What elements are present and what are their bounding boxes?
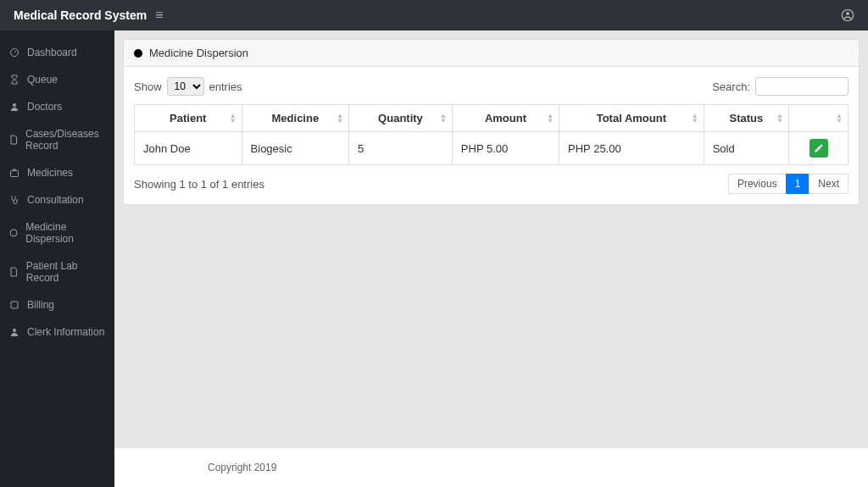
sidebar-item-label: Consultation [27,194,84,206]
sidebar-item-dashboard[interactable]: Dashboard [0,39,114,66]
sidebar-item-label: Cases/Diseases Record [25,128,106,152]
circle-icon [8,228,19,238]
svg-point-1 [846,12,849,15]
hamburger-icon[interactable]: ≡ [155,8,163,23]
sidebar-item-label: Medicine Dispersion [25,221,106,245]
dot-icon [134,49,142,58]
hourglass-icon [8,75,20,85]
col-amount[interactable]: Amount▲▼ [452,105,559,132]
pencil-icon [814,143,824,153]
edit-button[interactable] [810,139,828,158]
sidebar-item-label: Billing [27,299,54,311]
svg-point-5 [16,200,18,202]
show-entries: Show 10 entries [134,77,242,96]
svg-point-8 [13,329,16,332]
sidebar-item-lab[interactable]: Patient Lab Record [0,252,114,291]
cell-amount: PHP 5.00 [452,132,559,165]
sidebar-item-clerk[interactable]: Clerk Information [0,318,114,346]
sort-icon: ▲▼ [337,113,343,124]
sidebar-item-label: Queue [27,74,58,86]
copyright: Copyright 2019 [208,462,276,473]
svg-rect-7 [11,302,18,308]
sidebar: Dashboard Queue Doctors Cases/Diseases R… [0,30,114,487]
page-title: Medicine Dispersion [149,47,248,59]
table-row: John Doe Biogesic 5 PHP 5.00 PHP 25.00 S… [135,132,849,165]
data-table: Patient▲▼ Medicine▲▼ Quantity▲▼ Amount▲▼… [134,104,849,165]
col-quantity[interactable]: Quantity▲▼ [349,105,453,132]
sort-icon: ▲▼ [230,113,236,124]
search-input[interactable] [755,77,849,96]
sidebar-item-label: Clerk Information [27,326,104,338]
table-header-row: Patient▲▼ Medicine▲▼ Quantity▲▼ Amount▲▼… [135,105,849,132]
app-title: Medical Record System [14,8,147,22]
sidebar-item-dispersion[interactable]: Medicine Dispersion [0,213,114,252]
person-icon [8,102,20,112]
card-header: Medicine Dispersion [124,40,859,67]
table-controls: Show 10 entries Search: [134,77,849,96]
search-wrap: Search: [712,77,849,96]
svg-point-6 [10,230,17,236]
previous-button[interactable]: Previous [728,174,787,194]
user-icon[interactable] [841,8,854,22]
sidebar-item-billing[interactable]: Billing [0,291,114,318]
sidebar-item-label: Dashboard [27,47,77,58]
cell-patient: John Doe [135,132,242,165]
col-status[interactable]: Status▲▼ [704,105,788,132]
sort-icon: ▲▼ [776,113,783,124]
sort-icon: ▲▼ [692,113,698,124]
col-patient[interactable]: Patient▲▼ [135,105,242,132]
show-label-post: entries [209,80,242,93]
col-actions[interactable]: ▲▼ [789,105,849,132]
col-total[interactable]: Total Amount▲▼ [559,105,704,132]
next-button[interactable]: Next [809,174,849,194]
search-label: Search: [712,80,750,93]
sidebar-item-queue[interactable]: Queue [0,66,114,93]
page-1-button[interactable]: 1 [786,174,810,194]
sidebar-item-doctors[interactable]: Doctors [0,93,114,120]
card: Medicine Dispersion Show 10 entries Sear… [123,39,860,205]
entries-select[interactable]: 10 [167,77,204,96]
file-icon [8,267,19,277]
cell-actions [789,132,849,165]
svg-rect-4 [11,171,19,177]
svg-point-3 [13,103,16,107]
sidebar-item-medicines[interactable]: Medicines [0,159,114,186]
show-label-pre: Show [134,80,162,93]
table-footer: Showing 1 to 1 of 1 entries Previous 1 N… [134,174,849,194]
file-icon [8,135,19,145]
sidebar-item-cases[interactable]: Cases/Diseases Record [0,120,114,159]
kit-icon [8,168,20,178]
stethoscope-icon [8,195,20,205]
sidebar-item-label: Medicines [27,167,73,179]
topbar: Medical Record System ≡ [0,0,868,30]
square-icon [8,300,20,310]
dashboard-icon [8,47,20,58]
cell-total: PHP 25.00 [559,132,704,165]
topbar-left: Medical Record System ≡ [14,8,164,23]
cell-medicine: Biogesic [242,132,349,165]
sort-icon: ▲▼ [547,113,554,124]
sidebar-item-label: Patient Lab Record [26,260,106,284]
table-info: Showing 1 to 1 of 1 entries [134,178,264,191]
sidebar-item-label: Doctors [27,101,62,113]
sort-icon: ▲▼ [440,113,447,124]
footer: Copyright 2019 [114,447,868,487]
cell-quantity: 5 [349,132,453,165]
person-icon [8,327,20,337]
sort-icon: ▲▼ [836,113,843,124]
sidebar-item-consultation[interactable]: Consultation [0,186,114,213]
col-medicine[interactable]: Medicine▲▼ [242,105,349,132]
cell-status: Sold [704,132,788,165]
pagination: Previous 1 Next [728,174,849,194]
